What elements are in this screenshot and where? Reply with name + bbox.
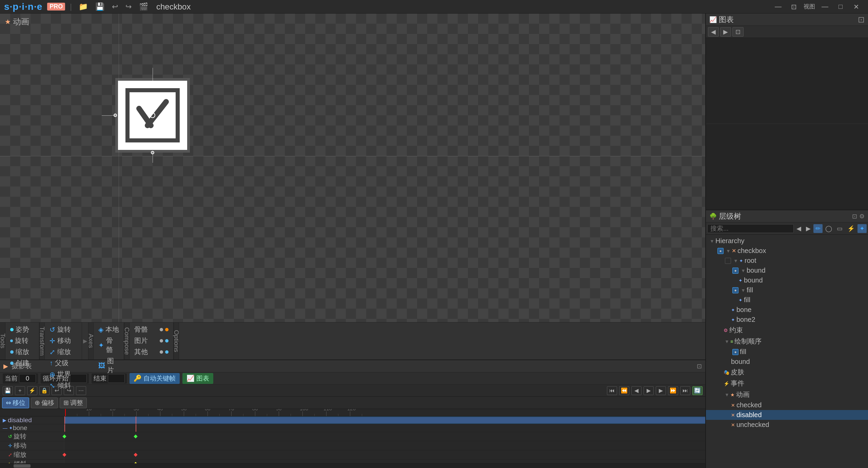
auto-keyframe-button[interactable]: 🔑 自动关键帧 bbox=[130, 373, 180, 384]
tree-animations[interactable]: ▼ ★ 动画 bbox=[706, 389, 868, 400]
tree-fill-mesh[interactable]: ✦ fill bbox=[706, 295, 868, 305]
open-folder-icon[interactable]: 📁 bbox=[77, 2, 90, 12]
create-ctrl[interactable]: 创建 bbox=[9, 358, 36, 368]
tree-root[interactable]: ▼ ✦ root bbox=[706, 256, 868, 266]
root-toggle[interactable]: ▼ bbox=[732, 258, 739, 264]
graph-prev-btn[interactable]: ◀ bbox=[708, 27, 719, 37]
offset-btn[interactable]: ⊕ 偏移 bbox=[31, 397, 58, 408]
track-bone[interactable]: — ✦ bone bbox=[0, 424, 705, 432]
tree-anim-checked[interactable]: ✕ checked bbox=[706, 400, 868, 410]
tree-bound-slot[interactable]: ● ▼ bound bbox=[706, 266, 868, 275]
viewport[interactable]: ★ 动画 bbox=[0, 14, 705, 322]
hierarchy-expand-btn[interactable]: ⊡ bbox=[852, 213, 857, 220]
hier-bones-btn[interactable]: ✦ bbox=[857, 224, 867, 233]
undo-icon[interactable]: ↩ bbox=[110, 2, 120, 12]
end-frame-input[interactable] bbox=[108, 374, 125, 383]
tree-skin[interactable]: 🎭 皮肤 bbox=[706, 367, 868, 378]
bones-option[interactable]: ✦ 骨骼 bbox=[97, 336, 120, 355]
window-min-button2[interactable]: — bbox=[817, 0, 833, 14]
hier-next-btn[interactable]: ▶ bbox=[804, 224, 813, 233]
filter-btn[interactable]: ⚡ bbox=[27, 386, 37, 395]
timeline-maximize-btn[interactable]: ⊡ bbox=[697, 363, 702, 370]
hier-filter-btn[interactable]: ⚡ bbox=[845, 224, 857, 233]
tree-bone1[interactable]: ✦ bone bbox=[706, 305, 868, 315]
tree-anim-disabled[interactable]: ✕ disabled bbox=[706, 410, 868, 420]
adjust-btn[interactable]: ⊞ 调整 bbox=[60, 397, 87, 408]
hier-prev-btn[interactable]: ◀ bbox=[794, 224, 803, 233]
move-btn[interactable]: ⇔ 移位 bbox=[2, 397, 29, 408]
hier-circle-btn[interactable]: ◯ bbox=[823, 224, 834, 233]
draw-order-toggle[interactable]: ▼ bbox=[724, 339, 730, 344]
world-option[interactable]: ⊕ 世界 bbox=[48, 369, 78, 379]
tree-anim-unchecked[interactable]: ✕ unchecked bbox=[706, 420, 868, 430]
hier-draw-btn[interactable]: ✏ bbox=[813, 224, 823, 233]
other-row[interactable]: 其他 bbox=[133, 347, 170, 357]
rotate-ctrl[interactable]: 旋转 bbox=[9, 336, 36, 346]
scale-option[interactable]: ⤢ 缩放 bbox=[48, 347, 78, 357]
hier-toggle[interactable]: ▼ bbox=[709, 238, 715, 244]
play-next-frame[interactable]: ▶ bbox=[656, 386, 666, 395]
track-disabled[interactable]: ▶ disabled bbox=[0, 416, 705, 424]
tree-draw-fill[interactable]: ● fill bbox=[706, 347, 868, 357]
bottom-scrubber[interactable] bbox=[0, 463, 705, 468]
save-icon[interactable]: 💾 bbox=[93, 2, 106, 12]
local-option[interactable]: ◈ 本地 bbox=[97, 325, 120, 334]
pose-btn[interactable]: 姿势 bbox=[9, 325, 36, 334]
bound-slot-vis[interactable]: ● bbox=[732, 268, 738, 274]
window-max-button[interactable]: □ bbox=[833, 0, 848, 14]
window-minimize-button[interactable]: — bbox=[770, 0, 786, 14]
tree-fill-slot[interactable]: ● ▼ fill bbox=[706, 285, 868, 295]
tree-checkbox[interactable]: ● ▼ ✕ checkbox bbox=[706, 246, 868, 256]
save-btn[interactable]: 💾 bbox=[3, 386, 13, 395]
disabled-toggle[interactable]: ▶ bbox=[3, 417, 6, 423]
track-tilt[interactable]: ⤡ 倾斜 bbox=[0, 460, 705, 463]
tree-draw-order[interactable]: ▼ ≡ 绘制顺序 bbox=[706, 336, 868, 347]
scrubber-thumb[interactable] bbox=[14, 464, 31, 468]
track-move[interactable]: ✛ 移动 bbox=[0, 441, 705, 450]
track-rotate[interactable]: ↺ 旋转 bbox=[0, 432, 705, 441]
play-next[interactable]: ⏩ bbox=[668, 386, 678, 395]
window-view-button[interactable]: 视图 bbox=[802, 0, 817, 14]
play-prev-frame[interactable]: ◀ bbox=[631, 386, 642, 395]
parent-option[interactable]: ↑ 父级 bbox=[48, 358, 78, 368]
fill-slot-vis[interactable]: ● bbox=[732, 287, 738, 293]
render-icon[interactable]: 🎬 bbox=[137, 2, 150, 12]
graph-button[interactable]: 📈 图表 bbox=[182, 373, 213, 384]
hierarchy-search[interactable] bbox=[707, 224, 794, 233]
current-frame-input[interactable] bbox=[19, 374, 36, 383]
tree-draw-bound[interactable]: bound bbox=[706, 357, 868, 367]
fill-slot-toggle[interactable]: ▼ bbox=[740, 288, 747, 293]
add-key-btn[interactable]: + bbox=[15, 386, 25, 395]
scale-ctrl[interactable]: 缩放 bbox=[9, 347, 36, 357]
redo-icon[interactable]: ↪ bbox=[123, 2, 134, 12]
graph-fit-btn[interactable]: ⊡ bbox=[732, 27, 744, 37]
hier-rect-btn[interactable]: ▭ bbox=[835, 224, 845, 233]
move-option[interactable]: ✛ 移动 bbox=[48, 336, 78, 346]
graph-next-btn[interactable]: ▶ bbox=[720, 27, 731, 37]
bone-toggle[interactable]: — bbox=[3, 425, 7, 431]
tree-constraints[interactable]: ⚙ 约束 bbox=[706, 325, 868, 336]
tree-bound-mesh[interactable]: ✦ bound bbox=[706, 275, 868, 285]
tree-events[interactable]: ⚡ 事件 bbox=[706, 378, 868, 389]
bound-slot-toggle[interactable]: ▼ bbox=[740, 268, 747, 273]
play-button[interactable]: ▶ bbox=[644, 386, 654, 395]
play-next-end[interactable]: ⏭ bbox=[680, 386, 690, 395]
play-prev-end[interactable]: ⏮ bbox=[607, 386, 617, 395]
images-option[interactable]: 🖼 图片 bbox=[97, 356, 120, 375]
root-vis[interactable] bbox=[725, 258, 731, 264]
checkbox-toggle[interactable]: ▼ bbox=[725, 248, 732, 254]
window-restore-button[interactable]: ⊡ bbox=[786, 0, 802, 14]
rotate-option[interactable]: ↺ 旋转 bbox=[48, 325, 78, 334]
img-row[interactable]: 图片 bbox=[133, 336, 170, 346]
tree-bone2[interactable]: ✦ bone2 bbox=[706, 315, 868, 325]
draw-fill-vis[interactable]: ● bbox=[732, 349, 738, 355]
anim-toggle[interactable]: ▼ bbox=[724, 392, 730, 397]
play-prev[interactable]: ⏪ bbox=[619, 386, 629, 395]
window-close-button[interactable]: ✕ bbox=[848, 0, 864, 14]
graph-maximize-btn[interactable]: ⊡ bbox=[858, 15, 865, 24]
playhead[interactable] bbox=[65, 409, 66, 416]
hierarchy-settings-btn[interactable]: ⚙ bbox=[859, 213, 865, 220]
checkbox-vis[interactable]: ● bbox=[717, 248, 724, 254]
tilt-option[interactable]: ⤡ 倾斜 bbox=[48, 381, 78, 390]
track-scale[interactable]: ⤢ 缩放 bbox=[0, 450, 705, 460]
